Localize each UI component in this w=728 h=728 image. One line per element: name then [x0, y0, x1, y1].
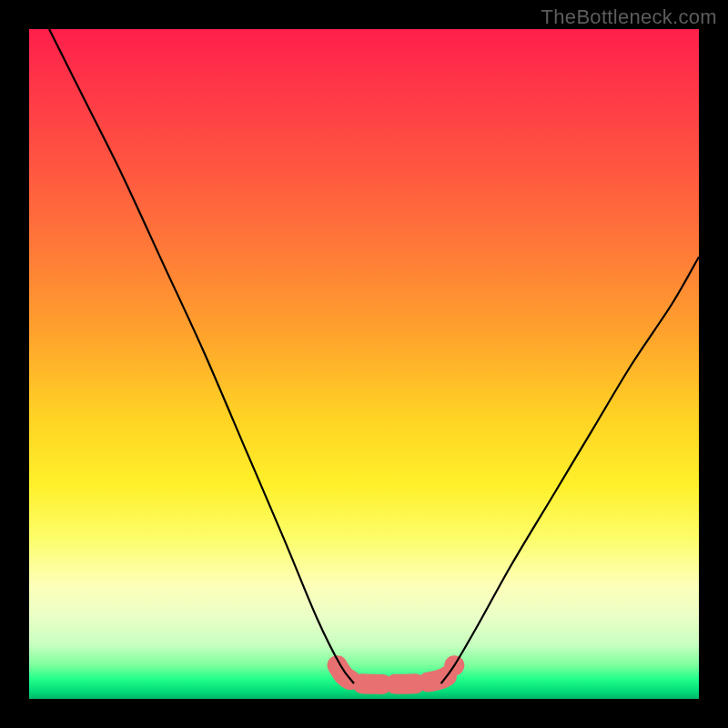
chart-svg [29, 29, 699, 699]
chart-frame: TheBottleneck.com [0, 0, 728, 728]
plot-area [29, 29, 699, 699]
curve-right [441, 257, 699, 683]
curve-left [49, 29, 354, 683]
watermark-text: TheBottleneck.com [541, 5, 717, 29]
bottom-blob [338, 665, 455, 684]
